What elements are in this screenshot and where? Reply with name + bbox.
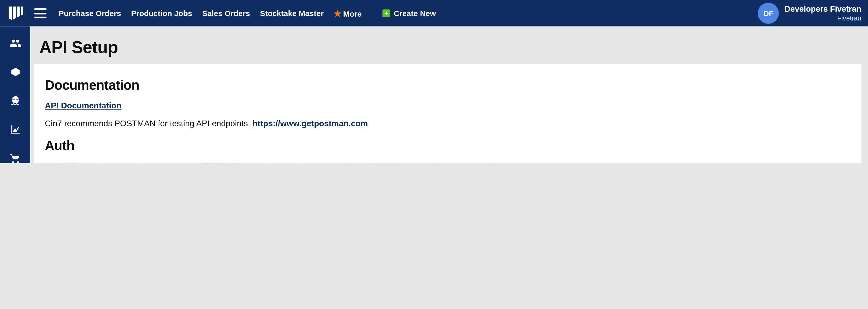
sidebar-users-icon[interactable] [8,36,22,50]
star-icon: ★ [334,8,341,18]
svg-marker-3 [21,6,23,15]
auth-t2: over HTTPS. The service will check the c… [182,161,373,163]
svg-marker-2 [17,6,20,18]
nav-more-label: More [343,9,362,18]
menu-toggle-icon[interactable] [34,8,46,18]
app-logo[interactable] [7,4,24,22]
section-auth-heading: Auth [45,138,850,153]
auth-t1: Cin7 API uses [45,161,99,163]
nav-sales-orders[interactable]: Sales Orders [202,9,250,18]
topbar: Purchase Orders Production Jobs Sales Or… [0,0,868,26]
postman-recommendation: Cin7 recommends POSTMAN for testing API … [45,119,850,128]
sidebar [0,26,30,163]
sidebar-ship-icon[interactable] [8,94,22,107]
sidebar-chart-area-icon[interactable] [8,123,22,136]
auth-b1: Basic Authentication [99,161,182,163]
user-subtext: Fivetran [784,14,861,22]
page-title: API Setup [39,38,861,58]
sidebar-cart-icon[interactable] [8,152,22,163]
postman-link[interactable]: https://www.getpostman.com [252,119,368,128]
auth-t3: on each request. [509,161,573,163]
postman-text: Cin7 recommends POSTMAN for testing API … [45,119,252,128]
sidebar-box-icon[interactable] [8,65,22,79]
avatar: DF [758,3,779,24]
nav-create-new[interactable]: + Create New [383,9,436,18]
nav-create-new-label: Create New [394,9,436,18]
svg-marker-1 [13,6,16,20]
nav-more[interactable]: ★More [334,8,362,19]
section-documentation-heading: Documentation [45,78,850,93]
nav-production-jobs[interactable]: Production Jobs [131,9,192,18]
auth-b2: (API Username & Connection Key) [373,161,509,163]
nav-purchase-orders[interactable]: Purchase Orders [59,9,121,18]
svg-marker-0 [9,6,12,20]
plus-icon: + [383,9,391,17]
user-name: Developers Fivetran [784,4,861,14]
main-card: Documentation API Documentation Cin7 rec… [34,64,861,163]
auth-description: Cin7 API uses Basic Authentication over … [45,161,850,163]
api-documentation-link[interactable]: API Documentation [45,101,121,110]
nav-stocktake-master[interactable]: Stocktake Master [260,9,324,18]
content-area: API Setup Documentation API Documentatio… [30,26,868,163]
user-menu[interactable]: DF Developers Fivetran Fivetran [758,3,861,24]
